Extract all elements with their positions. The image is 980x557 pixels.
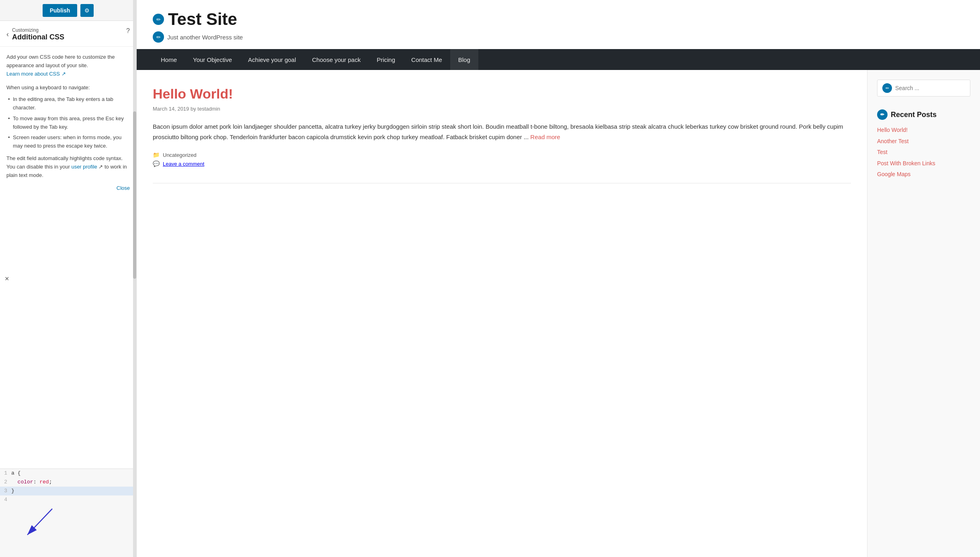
comment-icon: 💬 bbox=[153, 160, 160, 167]
nav-home[interactable]: Home bbox=[153, 49, 185, 70]
close-link[interactable]: Close bbox=[6, 184, 130, 193]
sidebar: ✏ ✏ Recent Posts Hello World! Another Te… bbox=[867, 70, 980, 557]
recent-post-4: Post With Broken Links bbox=[877, 160, 970, 168]
post-meta: March 14, 2019 by testadmin bbox=[153, 106, 851, 112]
learn-more-link[interactable]: Learn more about CSS ↗ bbox=[6, 71, 66, 77]
top-bar: × Publish ⚙ bbox=[0, 0, 136, 21]
back-button[interactable]: ‹ bbox=[6, 30, 9, 39]
recent-posts-heading: ✏ Recent Posts bbox=[877, 109, 970, 120]
blog-area: Hello World! March 14, 2019 by testadmin… bbox=[137, 70, 867, 557]
post-body: Bacon ipsum dolor amet pork loin landjae… bbox=[153, 121, 851, 142]
help-icon[interactable]: ? bbox=[126, 27, 130, 35]
keyboard-tip-1: In the editing area, the Tab key enters … bbox=[6, 95, 130, 112]
customizing-header: ‹ Customizing Additional CSS ? bbox=[0, 21, 136, 47]
code-editor[interactable]: 1 a { 2 color: red; 3 } 4 bbox=[0, 469, 136, 557]
site-header: ✏ Test Site ✏ Just another WordPress sit… bbox=[137, 0, 980, 49]
edit-title-pencil[interactable]: ✏ bbox=[153, 14, 164, 25]
nav-achieve-goal[interactable]: Achieve your goal bbox=[240, 49, 304, 70]
recent-post-5: Google Maps bbox=[877, 171, 970, 179]
nav-pricing[interactable]: Pricing bbox=[369, 49, 403, 70]
customizing-title: Additional CSS bbox=[12, 33, 64, 41]
recent-post-link-1[interactable]: Hello World! bbox=[877, 127, 908, 133]
post-title: Hello World! bbox=[153, 86, 851, 102]
main-content: Hello World! March 14, 2019 by testadmin… bbox=[137, 70, 980, 557]
code-line-4: 4 bbox=[0, 495, 136, 504]
panel-scrollbar-thumb[interactable] bbox=[133, 111, 136, 279]
post-category: 📁 Uncategorized bbox=[153, 152, 851, 158]
panel-content: Add your own CSS code here to customize … bbox=[0, 47, 136, 469]
recent-post-link-3[interactable]: Test bbox=[877, 149, 888, 155]
search-widget[interactable]: ✏ bbox=[877, 80, 970, 97]
site-title: Test Site bbox=[168, 10, 237, 29]
svg-line-1 bbox=[27, 509, 52, 535]
recent-post-3: Test bbox=[877, 148, 970, 156]
keyboard-tips-list: In the editing area, the Tab key enters … bbox=[6, 95, 130, 150]
external-link-icon: ↗ bbox=[62, 71, 66, 77]
publish-button[interactable]: Publish bbox=[43, 4, 78, 17]
recent-post-link-5[interactable]: Google Maps bbox=[877, 171, 910, 177]
category-label: Uncategorized bbox=[163, 152, 197, 158]
recent-posts-list: Hello World! Another Test Test Post With… bbox=[877, 126, 970, 179]
post-separator bbox=[153, 183, 851, 183]
nav-blog[interactable]: Blog bbox=[450, 49, 478, 70]
leave-comment-link[interactable]: Leave a comment bbox=[163, 161, 204, 167]
line-content-1: a { bbox=[11, 469, 21, 478]
line-number-2: 2 bbox=[0, 478, 11, 487]
nav-contact[interactable]: Contact Me bbox=[403, 49, 450, 70]
code-lines: 1 a { 2 color: red; 3 } 4 bbox=[0, 469, 136, 504]
close-x-button[interactable]: × bbox=[5, 274, 9, 283]
code-line-3: 3 } bbox=[0, 487, 136, 495]
recent-post-2: Another Test bbox=[877, 138, 970, 146]
preview-area: ✏ Test Site ✏ Just another WordPress sit… bbox=[137, 0, 980, 557]
code-line-1: 1 a { bbox=[0, 469, 136, 478]
post-footer: 📁 Uncategorized 💬 Leave a comment bbox=[153, 152, 851, 167]
left-panel: × Publish ⚙ ‹ Customizing Additional CSS… bbox=[0, 0, 137, 557]
line-number-3: 3 bbox=[0, 487, 11, 495]
description-text: Add your own CSS code here to customize … bbox=[6, 53, 130, 78]
line-content-3: } bbox=[11, 487, 14, 495]
code-line-2: 2 color: red; bbox=[0, 478, 136, 487]
recent-post-1: Hello World! bbox=[877, 126, 970, 134]
highlight-note: The edit field automatically highlights … bbox=[6, 154, 130, 179]
arrow-annotation bbox=[20, 505, 100, 553]
line-number-4: 4 bbox=[0, 495, 11, 504]
line-content-2: color: red; bbox=[11, 478, 52, 487]
line-number-1: 1 bbox=[0, 469, 11, 478]
edit-tagline-pencil[interactable]: ✏ bbox=[153, 31, 164, 43]
edit-search-pencil[interactable]: ✏ bbox=[882, 83, 892, 93]
recent-post-link-4[interactable]: Post With Broken Links bbox=[877, 160, 935, 166]
customizing-label: Customizing bbox=[12, 27, 64, 33]
site-tagline: Just another WordPress site bbox=[167, 34, 243, 41]
keyboard-tip-2: To move away from this area, press the E… bbox=[6, 115, 130, 132]
nav-choose-pack[interactable]: Choose your pack bbox=[304, 49, 369, 70]
gear-button[interactable]: ⚙ bbox=[80, 4, 94, 17]
post-comment: 💬 Leave a comment bbox=[153, 160, 851, 167]
panel-scrollbar[interactable] bbox=[133, 0, 136, 557]
recent-post-link-2[interactable]: Another Test bbox=[877, 138, 908, 144]
user-profile-link[interactable]: user profile bbox=[71, 164, 97, 170]
external-profile-icon: ↗ bbox=[97, 164, 103, 170]
category-icon: 📁 bbox=[153, 152, 160, 158]
nav-your-objective[interactable]: Your Objective bbox=[185, 49, 240, 70]
search-input[interactable] bbox=[895, 85, 966, 91]
nav-bar: Home Your Objective Achieve your goal Ch… bbox=[137, 49, 980, 70]
keyboard-tip-3: Screen reader users: when in forms mode,… bbox=[6, 134, 130, 150]
read-more-link[interactable]: Read more bbox=[530, 134, 560, 140]
edit-recent-posts-pencil[interactable]: ✏ bbox=[877, 109, 888, 120]
keyboard-heading: When using a keyboard to navigate: bbox=[6, 84, 130, 92]
